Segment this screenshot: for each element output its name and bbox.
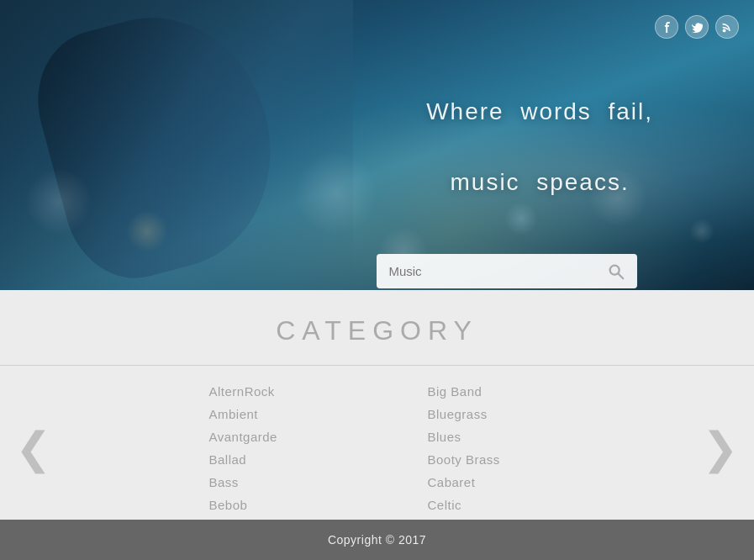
category-columns: AlternRock Ambient Avantgarde Ballad Bas…	[50, 383, 704, 514]
search-input[interactable]	[377, 254, 602, 288]
search-icon	[607, 262, 625, 281]
bokeh-1	[25, 168, 92, 235]
facebook-icon[interactable]	[655, 15, 678, 39]
hero-guitar-overlay	[0, 0, 353, 290]
list-item[interactable]: Blues	[428, 428, 546, 446]
tagline-line2: music speacs.	[450, 169, 629, 195]
category-list-wrapper: ❮ AlternRock Ambient Avantgarde Ballad B…	[0, 381, 754, 515]
list-item[interactable]: Bass	[209, 473, 327, 491]
list-item[interactable]: Bluegrass	[428, 405, 546, 423]
list-item[interactable]: Avantgarde	[209, 428, 327, 446]
tagline-line1: Where words fail,	[426, 98, 653, 124]
hero-section: Where words fail, music speacs.	[0, 0, 754, 290]
list-item[interactable]: Ambient	[209, 405, 327, 423]
category-divider	[0, 365, 754, 366]
list-item[interactable]: AlternRock	[209, 383, 327, 400]
prev-arrow[interactable]: ❮	[15, 426, 52, 470]
hero-tagline: Where words fail, music speacs.	[377, 59, 653, 235]
social-bar	[655, 15, 739, 39]
rss-icon[interactable]	[715, 15, 739, 39]
category-col-left: AlternRock Ambient Avantgarde Ballad Bas…	[209, 383, 327, 514]
list-item[interactable]: Ballad	[209, 451, 327, 468]
category-col-right: Big Band Bluegrass Blues Booty Brass Cab…	[428, 383, 546, 514]
copyright-text: Copyright © 2017	[328, 533, 426, 547]
list-item[interactable]: Bebob	[209, 496, 327, 514]
bokeh-2	[126, 210, 168, 252]
list-item[interactable]: Cabaret	[428, 473, 546, 491]
bokeh-3	[294, 151, 378, 235]
category-section: CATEGORY ❮ AlternRock Ambient Avantgarde…	[0, 290, 754, 532]
category-title: CATEGORY	[0, 315, 754, 346]
footer: Copyright © 2017	[0, 520, 754, 560]
svg-line-2	[619, 273, 624, 278]
search-bar	[377, 254, 637, 288]
hero-content: Where words fail, music speacs.	[377, 59, 653, 288]
search-button[interactable]	[602, 257, 630, 286]
list-item[interactable]: Celtic	[428, 496, 546, 514]
twitter-icon[interactable]	[685, 15, 709, 39]
next-arrow[interactable]: ❯	[702, 426, 739, 470]
list-item[interactable]: Booty Brass	[428, 451, 546, 468]
list-item[interactable]: Big Band	[428, 383, 546, 400]
bokeh-7	[689, 219, 714, 244]
svg-point-0	[722, 29, 725, 32]
